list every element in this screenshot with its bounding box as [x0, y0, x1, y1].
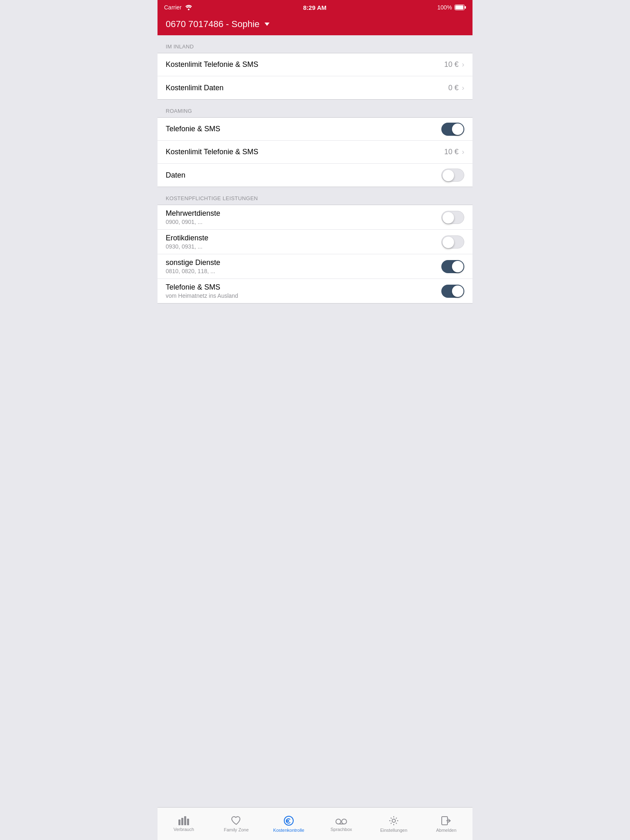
- svg-rect-5: [181, 818, 183, 825]
- toggle-track-sonstige-dienste: [441, 260, 464, 273]
- chevron-icon-kostenlimit-telefonie-sms-inland: ›: [462, 60, 464, 69]
- item-right-telefonie-sms-ausland: [441, 285, 464, 298]
- chevron-icon-kostenlimit-daten-inland: ›: [462, 84, 464, 92]
- svg-rect-3: [465, 6, 466, 9]
- toggle-track-telefonie-sms-ausland: [441, 285, 464, 298]
- toggle-sonstige-dienste[interactable]: [441, 260, 464, 273]
- svg-rect-7: [187, 819, 189, 825]
- item-right-erotikdienste: [441, 235, 464, 249]
- item-right-daten-roaming: [441, 169, 464, 182]
- toggle-track-erotikdienste: [441, 235, 464, 249]
- dropdown-arrow-icon[interactable]: [265, 23, 269, 26]
- list-group-im-inland: Kostenlimit Telefonie & SMS 10 € › Koste…: [158, 53, 472, 100]
- toggle-thumb-daten-roaming: [443, 170, 454, 181]
- toggle-telefonie-sms-roaming[interactable]: [441, 123, 464, 136]
- item-sublabel-sonstige-dienste: 0810, 0820, 118, ...: [166, 268, 441, 274]
- tab-label-kostenkontrolle: Kostenkontrolle: [273, 828, 304, 833]
- toggle-daten-roaming[interactable]: [441, 169, 464, 182]
- item-label-kostenlimit-telefonie-sms-roaming: Kostenlimit Telefonie & SMS: [166, 148, 444, 156]
- item-right-kostenlimit-daten-inland: 0 € ›: [448, 84, 464, 92]
- item-right-telefonie-sms-roaming: [441, 123, 464, 136]
- list-item-kostenlimit-telefonie-sms-roaming[interactable]: Kostenlimit Telefonie & SMS 10 € ›: [158, 141, 472, 164]
- toggle-track-daten-roaming: [441, 169, 464, 182]
- status-left: Carrier: [164, 4, 192, 11]
- voicemail-icon: [335, 816, 347, 825]
- content-area: IM INLAND Kostenlimit Telefonie & SMS 10…: [158, 35, 472, 840]
- tab-item-einstellungen[interactable]: Einstellungen: [368, 808, 420, 840]
- item-left-mehrwertdienste: Mehrwertdienste 0900, 0901, ...: [166, 205, 441, 229]
- item-right-mehrwertdienste: [441, 211, 464, 224]
- list-item-mehrwertdienste: Mehrwertdienste 0900, 0901, ...: [158, 205, 472, 230]
- item-value-kostenlimit-daten-inland: 0 €: [448, 84, 459, 92]
- svg-point-14: [392, 819, 395, 822]
- item-left-telefonie-sms-roaming: Telefonie & SMS: [166, 121, 441, 137]
- carrier-label: Carrier: [164, 4, 182, 11]
- item-label-kostenlimit-daten-inland: Kostenlimit Daten: [166, 84, 448, 92]
- tab-item-family-zone[interactable]: Family Zone: [210, 808, 262, 840]
- item-label-erotikdienste: Erotikdienste: [166, 234, 441, 242]
- gear-icon: [388, 815, 399, 826]
- svg-point-11: [336, 819, 341, 824]
- tab-item-kostenkontrolle[interactable]: Kostenkontrolle: [262, 808, 315, 840]
- list-item-daten-roaming: Daten: [158, 164, 472, 187]
- heart-icon: [231, 816, 242, 826]
- svg-rect-6: [184, 816, 186, 825]
- item-sublabel-telefonie-sms-ausland: vom Heimatnetz ins Ausland: [166, 292, 441, 299]
- header-title[interactable]: 0670 7017486 - Sophie: [166, 19, 269, 30]
- list-item-telefonie-sms-ausland: Telefonie & SMS vom Heimatnetz ins Ausla…: [158, 279, 472, 303]
- item-left-sonstige-dienste: sonstige Dienste 0810, 0820, 118, ...: [166, 254, 441, 278]
- item-left-kostenlimit-daten-inland: Kostenlimit Daten: [166, 80, 448, 96]
- item-label-mehrwertdienste: Mehrwertdienste: [166, 209, 441, 218]
- item-right-kostenlimit-telefonie-sms-inland: 10 € ›: [444, 60, 464, 69]
- bars-icon: [178, 816, 189, 825]
- toggle-thumb-sonstige-dienste: [452, 261, 463, 272]
- toggle-thumb-mehrwertdienste: [443, 212, 454, 224]
- svg-rect-2: [455, 5, 463, 9]
- item-label-daten-roaming: Daten: [166, 171, 441, 180]
- wifi-icon: [185, 5, 192, 10]
- item-sublabel-erotikdienste: 0930, 0931, ...: [166, 243, 441, 250]
- tab-item-sprachbox[interactable]: Sprachbox: [315, 808, 368, 840]
- list-item-kostenlimit-telefonie-sms-inland[interactable]: Kostenlimit Telefonie & SMS 10 € ›: [158, 53, 472, 76]
- toggle-track-telefonie-sms-roaming: [441, 123, 464, 136]
- status-right: 100%: [437, 4, 466, 11]
- tab-label-family-zone: Family Zone: [224, 827, 249, 832]
- item-right-kostenlimit-telefonie-sms-roaming: 10 € ›: [444, 148, 464, 156]
- toggle-erotikdienste[interactable]: [441, 235, 464, 249]
- list-item-sonstige-dienste: sonstige Dienste 0810, 0820, 118, ...: [158, 254, 472, 279]
- svg-point-0: [188, 9, 189, 10]
- list-group-kostenpflichtige-leistungen: Mehrwertdienste 0900, 0901, ... Erotikdi…: [158, 205, 472, 304]
- header-title-text: 0670 7017486 - Sophie: [166, 19, 260, 30]
- item-label-telefonie-sms-roaming: Telefonie & SMS: [166, 125, 441, 133]
- chevron-icon-kostenlimit-telefonie-sms-roaming: ›: [462, 148, 464, 156]
- toggle-telefonie-sms-ausland[interactable]: [441, 285, 464, 298]
- list-item-erotikdienste: Erotikdienste 0930, 0931, ...: [158, 230, 472, 254]
- item-label-kostenlimit-telefonie-sms-inland: Kostenlimit Telefonie & SMS: [166, 60, 444, 69]
- item-left-kostenlimit-telefonie-sms-roaming: Kostenlimit Telefonie & SMS: [166, 144, 444, 160]
- list-item-kostenlimit-daten-inland[interactable]: Kostenlimit Daten 0 € ›: [158, 76, 472, 99]
- tab-item-verbrauch[interactable]: Verbrauch: [158, 808, 210, 840]
- status-time: 8:29 AM: [303, 4, 326, 11]
- section-header-roaming: ROAMING: [158, 100, 472, 117]
- section-header-im-inland: IM INLAND: [158, 35, 472, 53]
- toggle-thumb-telefonie-sms-roaming: [452, 123, 463, 135]
- header-bar: 0670 7017486 - Sophie: [158, 15, 472, 35]
- tab-label-verbrauch: Verbrauch: [173, 827, 194, 832]
- toggle-thumb-telefonie-sms-ausland: [452, 285, 463, 297]
- list-item-telefonie-sms-roaming: Telefonie & SMS: [158, 118, 472, 141]
- toggle-track-mehrwertdienste: [441, 211, 464, 224]
- item-value-kostenlimit-telefonie-sms-inland: 10 €: [444, 60, 459, 69]
- list-group-roaming: Telefonie & SMS Kostenlimit Telefonie & …: [158, 117, 472, 187]
- euro-icon: [283, 815, 294, 826]
- tab-label-einstellungen: Einstellungen: [380, 828, 407, 833]
- svg-rect-4: [178, 819, 180, 825]
- battery-label: 100%: [437, 4, 452, 11]
- item-label-telefonie-sms-ausland: Telefonie & SMS: [166, 283, 441, 292]
- tab-item-abmelden[interactable]: Abmelden: [420, 808, 472, 840]
- item-right-sonstige-dienste: [441, 260, 464, 273]
- item-left-kostenlimit-telefonie-sms-inland: Kostenlimit Telefonie & SMS: [166, 56, 444, 73]
- toggle-mehrwertdienste[interactable]: [441, 211, 464, 224]
- item-sublabel-mehrwertdienste: 0900, 0901, ...: [166, 219, 441, 225]
- tab-bar: Verbrauch Family Zone Kostenkontrolle Sp…: [158, 807, 472, 840]
- section-header-kostenpflichtige-leistungen: KOSTENPFLICHTIGE LEISTUNGEN: [158, 187, 472, 205]
